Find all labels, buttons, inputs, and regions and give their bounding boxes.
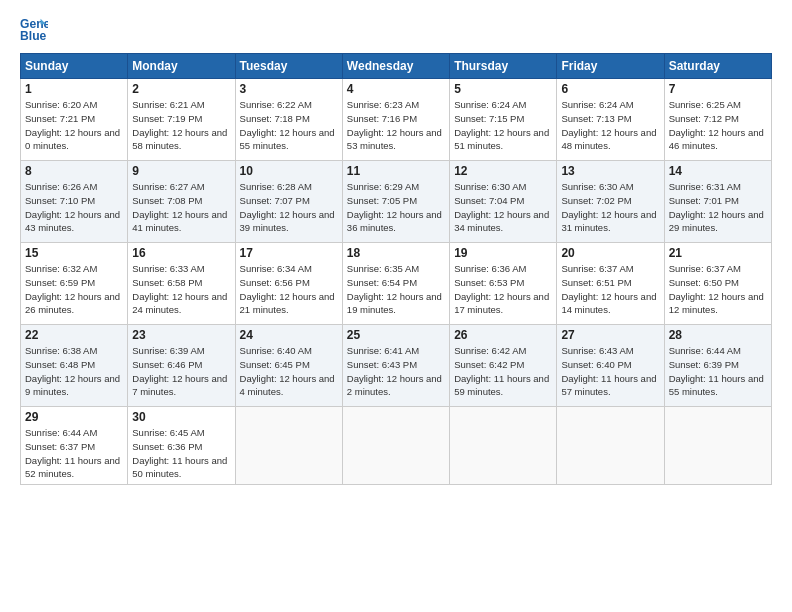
- sunset-label: Sunset: 7:07 PM: [240, 195, 310, 206]
- sunrise-label: Sunrise: 6:30 AM: [454, 181, 526, 192]
- day-info: Sunrise: 6:30 AM Sunset: 7:02 PM Dayligh…: [561, 180, 659, 235]
- daylight-label: Daylight: 12 hours and 14 minutes.: [561, 291, 656, 316]
- day-info: Sunrise: 6:40 AM Sunset: 6:45 PM Dayligh…: [240, 344, 338, 399]
- calendar-cell: 8 Sunrise: 6:26 AM Sunset: 7:10 PM Dayli…: [21, 161, 128, 243]
- day-number: 17: [240, 246, 338, 260]
- sunrise-label: Sunrise: 6:42 AM: [454, 345, 526, 356]
- day-info: Sunrise: 6:39 AM Sunset: 6:46 PM Dayligh…: [132, 344, 230, 399]
- calendar-cell: [664, 407, 771, 485]
- weekday-header: Tuesday: [235, 54, 342, 79]
- weekday-header: Wednesday: [342, 54, 449, 79]
- calendar-cell: 23 Sunrise: 6:39 AM Sunset: 6:46 PM Dayl…: [128, 325, 235, 407]
- day-number: 29: [25, 410, 123, 424]
- sunset-label: Sunset: 6:53 PM: [454, 277, 524, 288]
- day-info: Sunrise: 6:29 AM Sunset: 7:05 PM Dayligh…: [347, 180, 445, 235]
- daylight-label: Daylight: 12 hours and 17 minutes.: [454, 291, 549, 316]
- day-info: Sunrise: 6:35 AM Sunset: 6:54 PM Dayligh…: [347, 262, 445, 317]
- sunrise-label: Sunrise: 6:28 AM: [240, 181, 312, 192]
- sunrise-label: Sunrise: 6:39 AM: [132, 345, 204, 356]
- day-info: Sunrise: 6:32 AM Sunset: 6:59 PM Dayligh…: [25, 262, 123, 317]
- calendar-cell: [342, 407, 449, 485]
- day-number: 25: [347, 328, 445, 342]
- daylight-label: Daylight: 11 hours and 50 minutes.: [132, 455, 227, 480]
- sunrise-label: Sunrise: 6:25 AM: [669, 99, 741, 110]
- daylight-label: Daylight: 12 hours and 4 minutes.: [240, 373, 335, 398]
- day-number: 3: [240, 82, 338, 96]
- sunrise-label: Sunrise: 6:34 AM: [240, 263, 312, 274]
- daylight-label: Daylight: 12 hours and 41 minutes.: [132, 209, 227, 234]
- sunrise-label: Sunrise: 6:27 AM: [132, 181, 204, 192]
- calendar-cell: 4 Sunrise: 6:23 AM Sunset: 7:16 PM Dayli…: [342, 79, 449, 161]
- sunrise-label: Sunrise: 6:32 AM: [25, 263, 97, 274]
- day-info: Sunrise: 6:33 AM Sunset: 6:58 PM Dayligh…: [132, 262, 230, 317]
- day-info: Sunrise: 6:24 AM Sunset: 7:15 PM Dayligh…: [454, 98, 552, 153]
- sunrise-label: Sunrise: 6:29 AM: [347, 181, 419, 192]
- sunrise-label: Sunrise: 6:38 AM: [25, 345, 97, 356]
- sunset-label: Sunset: 7:15 PM: [454, 113, 524, 124]
- daylight-label: Daylight: 12 hours and 19 minutes.: [347, 291, 442, 316]
- day-info: Sunrise: 6:30 AM Sunset: 7:04 PM Dayligh…: [454, 180, 552, 235]
- sunset-label: Sunset: 6:42 PM: [454, 359, 524, 370]
- day-number: 19: [454, 246, 552, 260]
- calendar-cell: 2 Sunrise: 6:21 AM Sunset: 7:19 PM Dayli…: [128, 79, 235, 161]
- sunset-label: Sunset: 6:56 PM: [240, 277, 310, 288]
- day-number: 10: [240, 164, 338, 178]
- sunset-label: Sunset: 6:37 PM: [25, 441, 95, 452]
- daylight-label: Daylight: 11 hours and 55 minutes.: [669, 373, 764, 398]
- day-number: 27: [561, 328, 659, 342]
- logo-icon: General Blue: [20, 15, 48, 43]
- day-number: 2: [132, 82, 230, 96]
- daylight-label: Daylight: 12 hours and 29 minutes.: [669, 209, 764, 234]
- sunrise-label: Sunrise: 6:20 AM: [25, 99, 97, 110]
- calendar-cell: 30 Sunrise: 6:45 AM Sunset: 6:36 PM Dayl…: [128, 407, 235, 485]
- daylight-label: Daylight: 12 hours and 31 minutes.: [561, 209, 656, 234]
- day-info: Sunrise: 6:28 AM Sunset: 7:07 PM Dayligh…: [240, 180, 338, 235]
- day-number: 18: [347, 246, 445, 260]
- calendar-cell: [450, 407, 557, 485]
- calendar-cell: 7 Sunrise: 6:25 AM Sunset: 7:12 PM Dayli…: [664, 79, 771, 161]
- calendar-cell: 21 Sunrise: 6:37 AM Sunset: 6:50 PM Dayl…: [664, 243, 771, 325]
- sunrise-label: Sunrise: 6:22 AM: [240, 99, 312, 110]
- page-header: General Blue: [20, 15, 772, 43]
- calendar-cell: 11 Sunrise: 6:29 AM Sunset: 7:05 PM Dayl…: [342, 161, 449, 243]
- day-info: Sunrise: 6:26 AM Sunset: 7:10 PM Dayligh…: [25, 180, 123, 235]
- sunset-label: Sunset: 6:46 PM: [132, 359, 202, 370]
- weekday-header: Friday: [557, 54, 664, 79]
- weekday-header: Monday: [128, 54, 235, 79]
- day-number: 13: [561, 164, 659, 178]
- calendar-cell: 3 Sunrise: 6:22 AM Sunset: 7:18 PM Dayli…: [235, 79, 342, 161]
- sunrise-label: Sunrise: 6:43 AM: [561, 345, 633, 356]
- day-info: Sunrise: 6:36 AM Sunset: 6:53 PM Dayligh…: [454, 262, 552, 317]
- day-info: Sunrise: 6:24 AM Sunset: 7:13 PM Dayligh…: [561, 98, 659, 153]
- day-info: Sunrise: 6:37 AM Sunset: 6:50 PM Dayligh…: [669, 262, 767, 317]
- sunset-label: Sunset: 6:51 PM: [561, 277, 631, 288]
- calendar-cell: 14 Sunrise: 6:31 AM Sunset: 7:01 PM Dayl…: [664, 161, 771, 243]
- sunrise-label: Sunrise: 6:31 AM: [669, 181, 741, 192]
- sunset-label: Sunset: 6:45 PM: [240, 359, 310, 370]
- sunset-label: Sunset: 7:13 PM: [561, 113, 631, 124]
- sunset-label: Sunset: 6:39 PM: [669, 359, 739, 370]
- sunset-label: Sunset: 7:19 PM: [132, 113, 202, 124]
- day-info: Sunrise: 6:37 AM Sunset: 6:51 PM Dayligh…: [561, 262, 659, 317]
- daylight-label: Daylight: 12 hours and 7 minutes.: [132, 373, 227, 398]
- sunrise-label: Sunrise: 6:45 AM: [132, 427, 204, 438]
- day-number: 9: [132, 164, 230, 178]
- weekday-header: Sunday: [21, 54, 128, 79]
- daylight-label: Daylight: 12 hours and 46 minutes.: [669, 127, 764, 152]
- sunrise-label: Sunrise: 6:24 AM: [454, 99, 526, 110]
- daylight-label: Daylight: 12 hours and 36 minutes.: [347, 209, 442, 234]
- day-info: Sunrise: 6:43 AM Sunset: 6:40 PM Dayligh…: [561, 344, 659, 399]
- day-number: 22: [25, 328, 123, 342]
- daylight-label: Daylight: 11 hours and 52 minutes.: [25, 455, 120, 480]
- logo: General Blue: [20, 15, 48, 43]
- svg-text:Blue: Blue: [20, 29, 47, 43]
- sunset-label: Sunset: 6:54 PM: [347, 277, 417, 288]
- sunrise-label: Sunrise: 6:40 AM: [240, 345, 312, 356]
- calendar-cell: 20 Sunrise: 6:37 AM Sunset: 6:51 PM Dayl…: [557, 243, 664, 325]
- daylight-label: Daylight: 11 hours and 57 minutes.: [561, 373, 656, 398]
- sunrise-label: Sunrise: 6:44 AM: [25, 427, 97, 438]
- daylight-label: Daylight: 12 hours and 51 minutes.: [454, 127, 549, 152]
- day-info: Sunrise: 6:31 AM Sunset: 7:01 PM Dayligh…: [669, 180, 767, 235]
- day-number: 6: [561, 82, 659, 96]
- sunrise-label: Sunrise: 6:37 AM: [669, 263, 741, 274]
